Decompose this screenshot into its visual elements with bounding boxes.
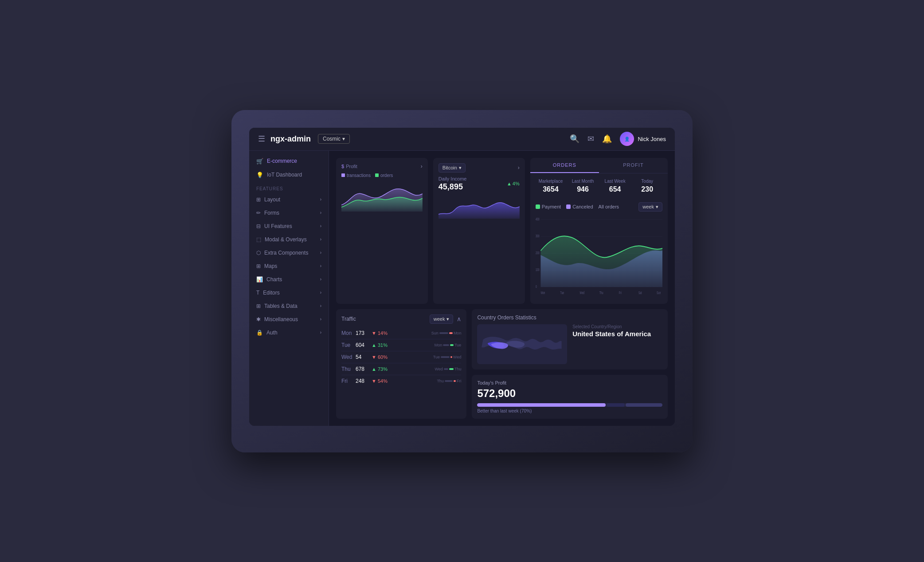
sidebar-item-editors[interactable]: T Editors › (249, 286, 329, 299)
sidebar-item-ui-features[interactable]: ⊟ UI Features › (249, 220, 329, 233)
table-row: Fri 248 ▼ 54% Thu Fri (341, 375, 461, 387)
day-label: Fri (341, 378, 356, 384)
table-row: Wed 54 ▼ 60% Tue Wed (341, 351, 461, 363)
table-icon: ⊞ (256, 303, 261, 309)
mail-icon[interactable]: ✉ (587, 134, 594, 144)
profit-bar-gap (607, 403, 625, 407)
profit-card-expand[interactable]: › (421, 163, 423, 169)
income-label: Daily Income (439, 176, 467, 181)
trend-pct: ▼ 60% (372, 354, 390, 360)
orders-area-chart: 400 300 200 100 0 (530, 215, 668, 304)
traffic-header: Traffic week ▾ ∧ (341, 314, 461, 324)
sidebar-item-label: Forms (264, 210, 279, 216)
tab-profit[interactable]: PROFIT (599, 158, 668, 173)
sidebar-item-label: Modal & Overlays (265, 236, 307, 243)
bitcoin-mini-chart (439, 194, 520, 225)
user-name: Nick Jones (638, 136, 666, 142)
user-menu[interactable]: 👤 Nick Jones (620, 132, 666, 146)
menu-toggle-icon[interactable]: ☰ (258, 134, 265, 144)
chevron-icon: › (320, 330, 321, 335)
mini-bar: Sun Mon (390, 331, 461, 335)
sidebar-item-label: Auth (266, 330, 278, 336)
country-card-title: Country Orders Statistics (477, 314, 662, 321)
stat-last-week: Last Week 654 (600, 179, 630, 193)
table-row: Mon 173 ▼ 14% Sun Mon (341, 327, 461, 339)
region-label: Selected Country/Region (572, 324, 662, 329)
svg-text:0: 0 (536, 284, 537, 289)
day-label: Thu (341, 366, 356, 372)
sidebar-item-label: UI Features (264, 223, 292, 229)
bitcoin-selector[interactable]: Bitcoin ▾ (439, 163, 466, 173)
sidebar-item-iot[interactable]: 💡 IoT Dashboard (249, 168, 329, 182)
trend-up-icon: ▲ (507, 181, 512, 186)
chart-controls: Payment Canceled All orders week (530, 199, 668, 215)
sidebar-item-label: Extra Components (264, 250, 308, 256)
map-icon: ⊞ (256, 263, 261, 269)
trend-pct: ▼ 14% (372, 330, 390, 336)
day-label: Tue (341, 342, 356, 348)
profit-value: 572,900 (477, 387, 662, 400)
bitcoin-expand[interactable]: › (518, 165, 520, 171)
features-section-label: FEATURES (249, 182, 329, 193)
legend-payment: Payment (536, 204, 561, 209)
chevron-icon: › (320, 197, 321, 202)
mini-bar: Tue Wed (390, 355, 461, 359)
dollar-icon: $ (341, 164, 344, 169)
chip-icon: 💡 (256, 172, 263, 178)
sidebar-item-layout[interactable]: ⊞ Layout › (249, 193, 329, 206)
svg-text:400: 400 (536, 216, 540, 221)
sidebar-item-maps[interactable]: ⊞ Maps › (249, 259, 329, 273)
traffic-value: 604 (356, 342, 372, 348)
profit-legend: transactions orders (341, 173, 423, 178)
profit-label: Today's Profit (477, 380, 662, 385)
theme-selector[interactable]: Cosmic ▾ (318, 134, 350, 144)
layout-icon: ⊞ (256, 197, 261, 203)
sidebar-item-forms[interactable]: ✏ Forms › (249, 206, 329, 220)
mini-bar: Mon Tue (390, 343, 461, 347)
stat-marketplace: Marketplace 3654 (536, 179, 566, 193)
profit-comparison: Better than last week (70%) (477, 409, 662, 413)
svg-text:200: 200 (536, 250, 540, 255)
svg-text:Wed: Wed (579, 290, 584, 295)
income-badge: ▲ 4% (507, 181, 520, 186)
sidebar-item-extra[interactable]: ⬡ Extra Components › (249, 246, 329, 259)
avatar: 👤 (620, 132, 634, 146)
traffic-period-selector[interactable]: week ▾ (430, 314, 454, 324)
modal-icon: ⬚ (256, 236, 261, 243)
right-column: Country Orders Statistics (472, 309, 668, 419)
sidebar-item-ecommerce[interactable]: 🛒 E-commerce (249, 154, 329, 168)
sidebar-item-label: E-commerce (267, 158, 297, 164)
today-profit-card: Today's Profit 572,900 Better than last … (472, 375, 668, 419)
sidebar-item-auth[interactable]: 🔒 Auth › (249, 326, 329, 339)
period-selector[interactable]: week ▾ (638, 202, 662, 212)
day-label: Mon (341, 330, 356, 336)
sidebar-item-misc[interactable]: ✱ Miscellaneous › (249, 313, 329, 326)
search-icon[interactable]: 🔍 (570, 134, 579, 144)
svg-text:300: 300 (536, 233, 540, 238)
orders-profit-card: ORDERS PROFIT Marketplace 3654 Last Mont… (530, 158, 668, 304)
orders-stats: Marketplace 3654 Last Month 946 Last Wee… (530, 173, 668, 199)
trend-pct: ▲ 31% (372, 342, 390, 348)
extra-icon: ⬡ (256, 250, 261, 256)
profit-mini-chart (341, 181, 423, 212)
canceled-square (566, 204, 571, 209)
income-row: Daily Income 45,895 ▲ 4% (439, 176, 520, 192)
legend-all-orders: All orders (599, 204, 619, 209)
tab-orders[interactable]: ORDERS (530, 158, 599, 173)
chevron-icon: › (320, 317, 321, 322)
collapse-button[interactable]: ∧ (457, 315, 461, 322)
screen: ☰ ngx-admin Cosmic ▾ 🔍 ✉ 🔔 👤 Nick Jones (249, 128, 675, 426)
bell-icon[interactable]: 🔔 (602, 134, 612, 144)
edit-icon: T (256, 290, 259, 296)
profit-bar-remaining (626, 403, 662, 407)
trend-pct: ▼ 54% (372, 378, 390, 384)
sidebar-item-modal[interactable]: ⬚ Modal & Overlays › (249, 233, 329, 246)
sidebar-item-charts[interactable]: 📊 Charts › (249, 273, 329, 286)
sidebar-item-tables[interactable]: ⊞ Tables & Data › (249, 299, 329, 313)
bitcoin-card-header: Bitcoin ▾ › (439, 163, 520, 173)
orders-tabs: ORDERS PROFIT (530, 158, 668, 173)
app-body: 🛒 E-commerce 💡 IoT Dashboard FEATURES ⊞ … (249, 151, 675, 426)
sidebar-item-label: Layout (264, 197, 280, 203)
main-content: $ Profit › transactions (329, 151, 675, 426)
svg-text:100: 100 (536, 267, 540, 272)
